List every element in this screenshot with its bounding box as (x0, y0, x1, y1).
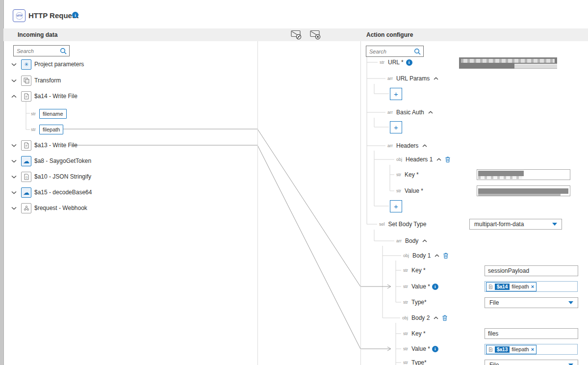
tree-item-transform[interactable]: Transform (11, 75, 61, 86)
transform-icon (21, 76, 31, 86)
field-row-body2-value: str Value * (403, 343, 438, 354)
field-row-headers: arr Headers (387, 140, 427, 151)
field-row-url-params: arr URL Params (387, 73, 438, 84)
headers-value-input[interactable] (477, 185, 570, 196)
tree-item-a8-saygogettoken[interactable]: ☁ $a8 - SaygoGetToken (11, 156, 91, 166)
set-body-type-dropdown[interactable]: multipart-form-data (469, 219, 562, 230)
dropdown-caret-icon (568, 301, 573, 304)
remove-mapping-icon[interactable]: × (531, 284, 534, 289)
field-row-headers-key: str Key * (396, 169, 419, 180)
chevron-up-icon[interactable] (422, 239, 427, 242)
mapped-value-chip[interactable]: $a13 filepath × (486, 345, 537, 354)
delete-body-2-icon[interactable] (442, 315, 447, 321)
url-value-redacted (459, 57, 557, 70)
chevron-up-icon[interactable] (434, 316, 438, 319)
tree-item-a14-write-file[interactable]: $a14 - Write File (11, 91, 77, 102)
write-file-icon (488, 347, 493, 352)
body1-type-dropdown[interactable]: File (485, 297, 578, 308)
chevron-down-icon[interactable] (11, 144, 17, 147)
body1-value-field[interactable]: $a14 filepath × (485, 281, 578, 292)
hide-mapped-fields-icon[interactable] (290, 30, 302, 40)
body1-key-input[interactable] (485, 265, 578, 276)
remove-all-mappings-icon[interactable] (309, 30, 321, 40)
svg-text:{}: {} (25, 176, 27, 179)
tree-and-mapping-lines (0, 0, 588, 365)
source-action-badge: $a13 (495, 346, 510, 353)
filename-node[interactable]: filename (39, 109, 67, 119)
add-basic-auth-button[interactable]: + (390, 121, 402, 133)
add-url-param-button[interactable]: + (390, 88, 402, 100)
chevron-down-icon[interactable] (11, 191, 17, 194)
info-icon[interactable] (432, 346, 438, 352)
svg-text:HTTP: HTTP (16, 15, 22, 17)
chevron-up-icon[interactable] (422, 144, 427, 147)
field-row-set-body-type: sel Set Body Type (379, 219, 426, 230)
field-row-headers-value: str Value * (396, 185, 423, 196)
field-row-body-2: obj Body 2 (402, 313, 447, 323)
body2-type-dropdown[interactable]: File (485, 360, 578, 365)
body2-key-input[interactable] (485, 328, 578, 339)
tree-leaf-filename: str filename (31, 108, 67, 119)
chevron-down-icon[interactable] (11, 175, 17, 179)
dropdown-caret-icon (552, 223, 557, 226)
field-row-body: arr Body (396, 235, 427, 246)
chevron-up-icon[interactable] (434, 77, 438, 80)
chevron-down-icon[interactable] (11, 79, 17, 82)
panel-divider-right (360, 41, 361, 365)
delete-headers-1-icon[interactable] (445, 156, 450, 162)
info-icon[interactable] (406, 59, 412, 66)
source-action-badge: $a14 (495, 284, 510, 290)
incoming-search (13, 45, 70, 56)
write-file-icon (488, 284, 493, 289)
field-row-body1-key: str Key * (403, 265, 426, 276)
page-title: HTTP Request (28, 11, 78, 20)
write-file-icon (21, 91, 31, 102)
incoming-data-header: Incoming data (18, 31, 57, 38)
chevron-down-icon[interactable] (11, 207, 17, 210)
chevron-up-icon[interactable] (436, 158, 441, 161)
http-request-icon: HTTP (13, 9, 26, 22)
action-search (366, 46, 424, 57)
window-edge (0, 0, 4, 365)
tree-leaf-filepath: str filepath (31, 124, 63, 135)
add-header-button[interactable]: + (390, 200, 402, 212)
tree-item-request-webhook[interactable]: $request - Webhook (11, 203, 87, 213)
chevron-up-icon[interactable] (11, 95, 17, 98)
delete-body-1-icon[interactable] (443, 253, 448, 259)
field-row-body1-value: str Value * (403, 281, 438, 292)
field-row-url: str URL * (380, 57, 412, 68)
info-icon[interactable] (432, 284, 438, 290)
tree-item-a13-write-file[interactable]: $a13 - Write File (11, 140, 77, 151)
info-icon[interactable] (72, 12, 78, 18)
field-row-body-1: obj Body 1 (403, 250, 448, 261)
write-file-icon (21, 140, 31, 151)
field-row-headers-1: obj Headers 1 (396, 154, 450, 165)
body2-value-field[interactable]: $a13 filepath × (485, 344, 578, 355)
headers-key-input[interactable] (477, 169, 570, 180)
tree-item-project-parameters[interactable]: ✳ Project parameters (11, 59, 84, 70)
cloud-icon: ☁ (21, 187, 31, 198)
action-configure-header: Action configure (366, 31, 413, 38)
tree-item-a15-decodebase64[interactable]: ☁ $a15 - decodeBase64 (11, 187, 92, 198)
mapped-value-chip[interactable]: $a14 filepath × (486, 282, 537, 291)
section-header-band: Incoming data Action configure (3, 28, 588, 41)
webhook-icon (21, 203, 31, 213)
remove-mapping-icon[interactable]: × (531, 346, 534, 352)
field-row-body1-type: str Type* (403, 297, 427, 308)
tree-item-a10-json-stringify[interactable]: {} $a10 - JSON Stringify (11, 171, 91, 182)
project-parameters-icon: ✳ (21, 59, 31, 70)
field-row-body2-type: str Type* (403, 357, 427, 365)
field-row-basic-auth: arr Basic Auth (387, 107, 433, 118)
json-stringify-icon: {} (21, 172, 31, 182)
http-request-mapping-screen: HTTP HTTP Request Incoming data Action c… (0, 0, 588, 365)
cloud-icon: ☁ (21, 156, 31, 166)
search-icon[interactable] (414, 48, 421, 55)
panel-divider-left (257, 41, 258, 365)
chevron-up-icon[interactable] (428, 111, 433, 114)
chevron-down-icon[interactable] (11, 159, 17, 163)
search-icon[interactable] (60, 48, 67, 54)
field-row-body2-key: str Key * (403, 328, 426, 339)
filepath-node[interactable]: filepath (39, 125, 63, 134)
chevron-down-icon[interactable] (11, 63, 17, 66)
chevron-up-icon[interactable] (435, 254, 439, 257)
